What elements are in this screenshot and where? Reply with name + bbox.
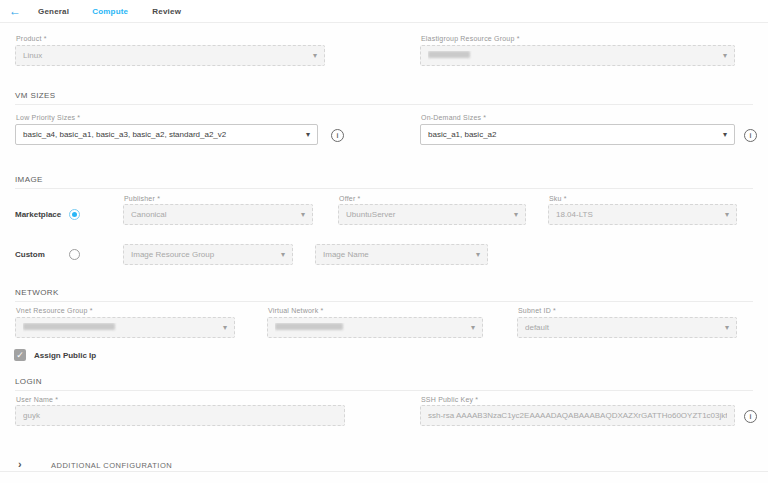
section-title-image: IMAGE [15, 175, 43, 184]
chevron-down-icon [223, 324, 227, 332]
divider [15, 390, 753, 391]
info-icon[interactable] [331, 129, 344, 142]
product-value: Linux [23, 51, 307, 60]
offer-label: Offer * [339, 195, 361, 202]
chevron-down-icon [281, 251, 285, 259]
elastigroup-rg-select[interactable] [420, 45, 735, 66]
chevron-down-icon [725, 211, 729, 219]
redacted-value [23, 323, 217, 332]
on-demand-sizes-select[interactable]: basic_a1, basic_a2 [420, 124, 735, 145]
user-name-input[interactable]: guyk [15, 405, 345, 426]
chevron-down-icon [313, 52, 317, 60]
on-demand-sizes-label: On-Demand Sizes * [421, 114, 486, 121]
divider [15, 104, 753, 105]
tab-general[interactable]: General [38, 7, 69, 16]
chevron-down-icon [301, 211, 305, 219]
assign-public-ip-label: Assign Public Ip [34, 351, 96, 360]
assign-public-ip-checkbox[interactable] [14, 349, 26, 361]
sku-value: 18.04-LTS [556, 210, 719, 219]
publisher-label: Publisher * [124, 195, 160, 202]
vnet-rg-label: Vnet Resource Group * [16, 307, 93, 314]
custom-row-label: Custom [15, 250, 45, 259]
image-resource-group-select[interactable]: Image Resource Group [123, 244, 293, 265]
user-name-value: guyk [23, 411, 337, 420]
ssh-public-key-input[interactable]: ssh-rsa AAAAB3NzaC1yc2EAAAADAQABAAABAQDX… [420, 405, 735, 426]
info-icon[interactable] [744, 410, 757, 423]
low-priority-sizes-label: Low Priority Sizes * [16, 114, 80, 121]
chevron-down-icon [471, 324, 475, 332]
chevron-down-icon [514, 211, 518, 219]
virtual-network-select[interactable] [267, 317, 483, 338]
divider [15, 301, 753, 302]
subnet-id-select[interactable]: default [517, 317, 737, 338]
on-demand-sizes-value: basic_a1, basic_a2 [428, 130, 717, 139]
user-name-label: User Name * [16, 396, 58, 403]
elastigroup-rg-label: Elastigroup Resource Group * [421, 35, 520, 42]
image-name-placeholder: Image Name [323, 250, 470, 259]
chevron-right-icon[interactable] [18, 459, 22, 470]
virtual-network-label: Virtual Network * [268, 307, 323, 314]
section-title-network: NETWORK [15, 288, 59, 297]
redacted-value [428, 51, 717, 60]
ssh-public-key-value: ssh-rsa AAAAB3NzaC1yc2EAAAADAQABAAABAQDX… [428, 411, 727, 420]
sku-label: Sku * [549, 195, 567, 202]
tab-review[interactable]: Review [152, 7, 181, 16]
subnet-id-label: Subnet ID * [518, 307, 556, 314]
vnet-rg-select[interactable] [15, 317, 235, 338]
chevron-down-icon [723, 131, 727, 139]
subnet-id-value: default [525, 323, 719, 332]
chevron-down-icon [725, 324, 729, 332]
sku-select[interactable]: 18.04-LTS [548, 204, 737, 225]
back-arrow-icon[interactable] [9, 5, 21, 17]
product-select[interactable]: Linux [15, 45, 325, 66]
tab-compute[interactable]: Compute [92, 7, 128, 16]
low-priority-sizes-value: basic_a4, basic_a1, basic_a3, basic_a2, … [23, 130, 300, 139]
ssh-public-key-label: SSH Public Key * [421, 396, 478, 403]
custom-radio[interactable] [69, 249, 80, 260]
image-name-select[interactable]: Image Name [315, 244, 488, 265]
chevron-down-icon [476, 251, 480, 259]
divider [0, 471, 768, 472]
section-title-vm-sizes: VM SIZES [15, 91, 56, 100]
wizard-tabbar: General Compute Review [0, 0, 768, 23]
publisher-select[interactable]: Canonical [123, 204, 313, 225]
offer-select[interactable]: UbuntuServer [338, 204, 526, 225]
divider [15, 188, 753, 189]
chevron-down-icon [723, 52, 727, 60]
publisher-value: Canonical [131, 210, 295, 219]
product-label: Product * [16, 35, 47, 42]
image-resource-group-placeholder: Image Resource Group [131, 250, 275, 259]
offer-value: UbuntuServer [346, 210, 508, 219]
marketplace-row-label: Marketplace [15, 210, 61, 219]
marketplace-radio[interactable] [69, 209, 80, 220]
section-title-login: LOGIN [15, 377, 42, 386]
redacted-value [275, 323, 465, 332]
compute-wizard-page: General Compute Review Product * Linux E… [0, 0, 768, 483]
info-icon[interactable] [744, 129, 757, 142]
chevron-down-icon [306, 131, 310, 139]
low-priority-sizes-select[interactable]: basic_a4, basic_a1, basic_a3, basic_a2, … [15, 124, 318, 145]
additional-configuration-toggle[interactable]: ADDITIONAL CONFIGURATION [51, 461, 172, 470]
